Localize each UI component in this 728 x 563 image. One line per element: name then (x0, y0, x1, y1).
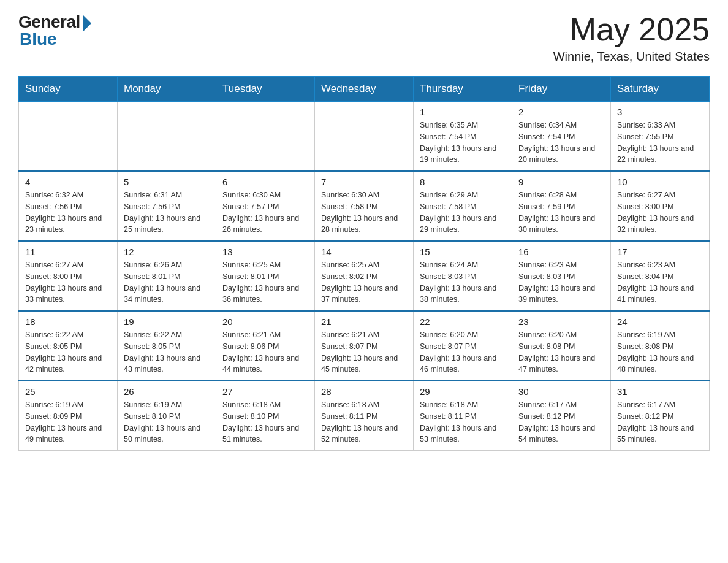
calendar-cell: 10Sunrise: 6:27 AM Sunset: 8:00 PM Dayli… (611, 171, 710, 241)
calendar-cell: 13Sunrise: 6:25 AM Sunset: 8:01 PM Dayli… (216, 241, 315, 311)
day-info: Sunrise: 6:19 AM Sunset: 8:09 PM Dayligh… (25, 399, 111, 445)
calendar-cell: 14Sunrise: 6:25 AM Sunset: 8:02 PM Dayli… (315, 241, 414, 311)
calendar-day-header: Sunday (19, 77, 118, 102)
calendar-cell: 6Sunrise: 6:30 AM Sunset: 7:57 PM Daylig… (216, 171, 315, 241)
day-info: Sunrise: 6:17 AM Sunset: 8:12 PM Dayligh… (617, 399, 703, 445)
day-number: 25 (25, 386, 111, 397)
day-number: 26 (124, 386, 210, 397)
calendar-day-header: Friday (512, 77, 611, 102)
calendar-day-header: Monday (118, 77, 216, 102)
day-number: 13 (222, 247, 308, 257)
day-number: 23 (518, 316, 604, 327)
day-info: Sunrise: 6:18 AM Sunset: 8:11 PM Dayligh… (420, 399, 506, 445)
calendar-header-row: SundayMondayTuesdayWednesdayThursdayFrid… (19, 77, 710, 102)
day-number: 3 (617, 107, 703, 117)
calendar-cell: 28Sunrise: 6:18 AM Sunset: 8:11 PM Dayli… (315, 381, 414, 451)
day-number: 14 (321, 247, 407, 257)
calendar-cell: 16Sunrise: 6:23 AM Sunset: 8:03 PM Dayli… (512, 241, 611, 311)
calendar-cell (216, 102, 315, 172)
day-number: 15 (420, 247, 506, 257)
day-number: 29 (420, 386, 506, 397)
calendar-week-row: 25Sunrise: 6:19 AM Sunset: 8:09 PM Dayli… (19, 381, 710, 451)
calendar-cell (315, 102, 414, 172)
calendar-cell: 3Sunrise: 6:33 AM Sunset: 7:55 PM Daylig… (611, 102, 710, 172)
day-number: 6 (222, 177, 308, 187)
calendar-cell (118, 102, 216, 172)
day-info: Sunrise: 6:33 AM Sunset: 7:55 PM Dayligh… (617, 120, 703, 166)
logo: General Blue (18, 12, 91, 49)
day-number: 5 (124, 177, 210, 187)
day-info: Sunrise: 6:31 AM Sunset: 7:56 PM Dayligh… (124, 190, 210, 236)
day-info: Sunrise: 6:25 AM Sunset: 8:02 PM Dayligh… (321, 259, 407, 305)
month-title: May 2025 (553, 12, 710, 47)
calendar-cell: 11Sunrise: 6:27 AM Sunset: 8:00 PM Dayli… (19, 241, 118, 311)
day-info: Sunrise: 6:34 AM Sunset: 7:54 PM Dayligh… (518, 120, 604, 166)
day-info: Sunrise: 6:32 AM Sunset: 7:56 PM Dayligh… (25, 190, 111, 236)
day-number: 31 (617, 386, 703, 397)
calendar-cell: 5Sunrise: 6:31 AM Sunset: 7:56 PM Daylig… (118, 171, 216, 241)
calendar-week-row: 1Sunrise: 6:35 AM Sunset: 7:54 PM Daylig… (19, 102, 710, 172)
day-number: 30 (518, 386, 604, 397)
calendar-cell: 23Sunrise: 6:20 AM Sunset: 8:08 PM Dayli… (512, 311, 611, 381)
calendar-day-header: Saturday (611, 77, 710, 102)
calendar-cell: 18Sunrise: 6:22 AM Sunset: 8:05 PM Dayli… (19, 311, 118, 381)
calendar-cell: 21Sunrise: 6:21 AM Sunset: 8:07 PM Dayli… (315, 311, 414, 381)
calendar-cell (19, 102, 118, 172)
day-info: Sunrise: 6:25 AM Sunset: 8:01 PM Dayligh… (222, 259, 308, 305)
calendar-day-header: Wednesday (315, 77, 414, 102)
calendar-week-row: 18Sunrise: 6:22 AM Sunset: 8:05 PM Dayli… (19, 311, 710, 381)
day-number: 21 (321, 316, 407, 327)
calendar-cell: 8Sunrise: 6:29 AM Sunset: 7:58 PM Daylig… (414, 171, 512, 241)
day-info: Sunrise: 6:23 AM Sunset: 8:04 PM Dayligh… (617, 259, 703, 305)
day-number: 22 (420, 316, 506, 327)
calendar-day-header: Thursday (414, 77, 512, 102)
day-number: 17 (617, 247, 703, 257)
day-info: Sunrise: 6:27 AM Sunset: 8:00 PM Dayligh… (25, 259, 111, 305)
day-info: Sunrise: 6:20 AM Sunset: 8:08 PM Dayligh… (518, 329, 604, 375)
day-info: Sunrise: 6:18 AM Sunset: 8:10 PM Dayligh… (222, 399, 308, 445)
day-info: Sunrise: 6:26 AM Sunset: 8:01 PM Dayligh… (124, 259, 210, 305)
day-number: 27 (222, 386, 308, 397)
day-number: 2 (518, 107, 604, 117)
day-info: Sunrise: 6:23 AM Sunset: 8:03 PM Dayligh… (518, 259, 604, 305)
day-info: Sunrise: 6:18 AM Sunset: 8:11 PM Dayligh… (321, 399, 407, 445)
day-info: Sunrise: 6:19 AM Sunset: 8:08 PM Dayligh… (617, 329, 703, 375)
day-number: 28 (321, 386, 407, 397)
calendar-cell: 26Sunrise: 6:19 AM Sunset: 8:10 PM Dayli… (118, 381, 216, 451)
calendar-cell: 25Sunrise: 6:19 AM Sunset: 8:09 PM Dayli… (19, 381, 118, 451)
calendar-cell: 15Sunrise: 6:24 AM Sunset: 8:03 PM Dayli… (414, 241, 512, 311)
calendar-cell: 24Sunrise: 6:19 AM Sunset: 8:08 PM Dayli… (611, 311, 710, 381)
day-number: 1 (420, 107, 506, 117)
day-number: 4 (25, 177, 111, 187)
day-number: 24 (617, 316, 703, 327)
day-number: 18 (25, 316, 111, 327)
day-info: Sunrise: 6:22 AM Sunset: 8:05 PM Dayligh… (25, 329, 111, 375)
calendar-cell: 30Sunrise: 6:17 AM Sunset: 8:12 PM Dayli… (512, 381, 611, 451)
day-number: 12 (124, 247, 210, 257)
day-info: Sunrise: 6:27 AM Sunset: 8:00 PM Dayligh… (617, 190, 703, 236)
calendar-cell: 22Sunrise: 6:20 AM Sunset: 8:07 PM Dayli… (414, 311, 512, 381)
day-info: Sunrise: 6:30 AM Sunset: 7:58 PM Dayligh… (321, 190, 407, 236)
calendar-cell: 9Sunrise: 6:28 AM Sunset: 7:59 PM Daylig… (512, 171, 611, 241)
page-header: General Blue May 2025 Winnie, Texas, Uni… (18, 12, 710, 64)
day-info: Sunrise: 6:22 AM Sunset: 8:05 PM Dayligh… (124, 329, 210, 375)
calendar-cell: 2Sunrise: 6:34 AM Sunset: 7:54 PM Daylig… (512, 102, 611, 172)
calendar-cell: 31Sunrise: 6:17 AM Sunset: 8:12 PM Dayli… (611, 381, 710, 451)
calendar-cell: 19Sunrise: 6:22 AM Sunset: 8:05 PM Dayli… (118, 311, 216, 381)
day-info: Sunrise: 6:21 AM Sunset: 8:06 PM Dayligh… (222, 329, 308, 375)
logo-arrow-icon (83, 15, 91, 32)
day-info: Sunrise: 6:17 AM Sunset: 8:12 PM Dayligh… (518, 399, 604, 445)
calendar-cell: 12Sunrise: 6:26 AM Sunset: 8:01 PM Dayli… (118, 241, 216, 311)
day-info: Sunrise: 6:35 AM Sunset: 7:54 PM Dayligh… (420, 120, 506, 166)
day-number: 20 (222, 316, 308, 327)
day-info: Sunrise: 6:24 AM Sunset: 8:03 PM Dayligh… (420, 259, 506, 305)
calendar-cell: 29Sunrise: 6:18 AM Sunset: 8:11 PM Dayli… (414, 381, 512, 451)
day-info: Sunrise: 6:30 AM Sunset: 7:57 PM Dayligh… (222, 190, 308, 236)
calendar-week-row: 11Sunrise: 6:27 AM Sunset: 8:00 PM Dayli… (19, 241, 710, 311)
day-number: 10 (617, 177, 703, 187)
calendar-cell: 20Sunrise: 6:21 AM Sunset: 8:06 PM Dayli… (216, 311, 315, 381)
calendar-cell: 27Sunrise: 6:18 AM Sunset: 8:10 PM Dayli… (216, 381, 315, 451)
day-number: 8 (420, 177, 506, 187)
day-info: Sunrise: 6:28 AM Sunset: 7:59 PM Dayligh… (518, 190, 604, 236)
logo-blue-text: Blue (20, 29, 57, 49)
